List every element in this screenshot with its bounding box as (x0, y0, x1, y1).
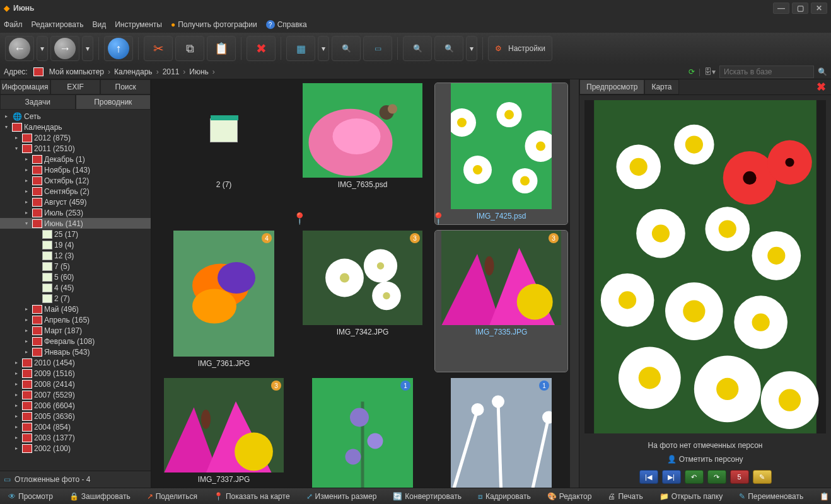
thumbnail-item[interactable]: 📍IMG_7635.psd (296, 83, 429, 224)
menu-view[interactable]: Вид (92, 20, 106, 29)
tree-toggle[interactable]: ▾ (23, 220, 30, 226)
menu-edit[interactable]: Редактировать (32, 20, 84, 29)
tree-item[interactable]: ▸Апрель (165) (0, 314, 151, 325)
delete-button[interactable]: ✖ (247, 36, 276, 61)
tree-item[interactable]: 19 (4) (0, 239, 151, 250)
mark-person-button[interactable]: 👤 Отметить персону (579, 452, 831, 466)
view-dropdown[interactable]: ▾ (318, 36, 329, 61)
tab-preview[interactable]: Предпросмотр (579, 79, 644, 94)
properties-button[interactable]: 📋Свойства (814, 490, 831, 503)
tree-toggle[interactable]: ▸ (13, 392, 20, 398)
prev-first-button[interactable]: |◀ (639, 470, 658, 484)
tree-item[interactable]: ▸2007 (5529) (0, 389, 151, 400)
tree-item[interactable]: ▸Октябрь (12) (0, 175, 151, 186)
thumbnail-item[interactable]: 📍IMG_7425.psd (435, 83, 567, 224)
tree-toggle[interactable]: ▸ (13, 360, 20, 365)
prev-redo-button[interactable]: ↷ (707, 470, 726, 484)
maximize-button[interactable]: ▢ (792, 3, 808, 14)
view-button[interactable]: 👁Просмотр (3, 490, 59, 503)
menu-get-photos[interactable]: Получить фотографии (171, 20, 257, 29)
refresh-icon[interactable]: ⟳ (689, 67, 695, 76)
prev-last-button[interactable]: ▶| (662, 470, 681, 484)
tree-item[interactable]: ▸Ноябрь (143) (0, 164, 151, 175)
tree-item[interactable]: ▸Июль (253) (0, 207, 151, 218)
zoom-in-button[interactable]: 🔍 (403, 36, 432, 61)
tree-item[interactable]: ▸2008 (2414) (0, 379, 151, 389)
breadcrumb-item[interactable]: Мой компьютер (49, 67, 114, 76)
view-preview-button[interactable]: 🔍 (332, 36, 361, 61)
zoom-dropdown[interactable]: ▾ (466, 36, 477, 61)
menu-tools[interactable]: Инструменты (115, 20, 162, 29)
print-button[interactable]: 🖨Печать (602, 490, 648, 503)
tree-toggle[interactable]: ▸ (13, 135, 20, 140)
encrypt-button[interactable]: 🔒Зашифровать (64, 490, 136, 503)
tree-toggle[interactable]: ▸ (13, 445, 20, 451)
tree-item[interactable]: ▸Февраль (108) (0, 336, 151, 346)
tree-toggle[interactable]: ▸ (23, 317, 30, 323)
nav-back-dropdown[interactable]: ▾ (37, 36, 48, 61)
nav-up-button[interactable]: ↑ (104, 36, 133, 61)
tree-toggle[interactable]: ▸ (23, 199, 30, 205)
prev-edit-button[interactable]: ✎ (753, 470, 772, 484)
search-input[interactable] (719, 66, 814, 78)
tree-toggle[interactable]: ▸ (23, 188, 30, 194)
tree-toggle[interactable]: ▾ (3, 124, 10, 130)
tab-tasks[interactable]: Задачи (0, 94, 76, 110)
tree-item[interactable]: 7 (5) (0, 261, 151, 272)
tree-item[interactable]: ▸2010 (1454) (0, 357, 151, 368)
tree-item[interactable]: ▸2005 (3636) (0, 411, 151, 421)
menu-file[interactable]: Файл (4, 20, 23, 29)
editor-button[interactable]: 🎨Редактор (542, 490, 598, 503)
tree-toggle[interactable]: ▸ (23, 156, 30, 162)
tree-toggle[interactable]: ▸ (13, 381, 20, 387)
tab-search[interactable]: Поиск (100, 79, 151, 94)
thumbnail-item[interactable]: 1📍img_7979.jpg (296, 378, 429, 488)
prev-undo-button[interactable]: ↶ (685, 470, 704, 484)
tree-toggle[interactable]: ▸ (13, 370, 20, 376)
thumbnail-item[interactable]: 3IMG_7335.JPG (435, 231, 567, 372)
tree-item[interactable]: ▾Календарь (0, 122, 151, 132)
show-on-map-button[interactable]: 📍Показать на карте (208, 490, 296, 503)
thumbnail-item[interactable]: 3IMG_7342.JPG (296, 231, 429, 372)
convert-button[interactable]: 🔄Конвертировать (387, 490, 467, 503)
tree-item[interactable]: ▾2011 (2510) (0, 143, 151, 154)
copy-button[interactable]: ⧉ (175, 36, 204, 61)
thumbnail-item[interactable]: 4IMG_7361.JPG (158, 231, 290, 372)
tree-toggle[interactable]: ▸ (23, 178, 30, 183)
preview-image[interactable] (584, 100, 826, 433)
tree-item[interactable]: 12 (3) (0, 250, 151, 261)
minimize-button[interactable]: — (773, 3, 789, 14)
tab-exif[interactable]: EXIF (50, 79, 101, 94)
tab-explorer[interactable]: Проводник (76, 94, 151, 110)
tree-item[interactable]: ▸2004 (854) (0, 421, 151, 432)
tree-toggle[interactable]: ▸ (23, 328, 30, 333)
gallery-scrollbar[interactable] (570, 79, 579, 488)
tree-toggle[interactable]: ▸ (13, 413, 20, 419)
tree-item[interactable]: ▸🌐Сеть (0, 111, 151, 122)
open-folder-button[interactable]: 📁Открыть папку (654, 490, 729, 503)
tree-item[interactable]: ▾Июнь (141) (0, 218, 151, 229)
tree-item[interactable]: ▸2006 (6604) (0, 400, 151, 411)
tree-item[interactable]: ▸2009 (1516) (0, 368, 151, 379)
thumbnail-item[interactable]: 3📍IMG_7337.JPG (158, 378, 290, 488)
tree-toggle[interactable]: ▸ (23, 210, 30, 215)
tree-item[interactable]: ▸Декабрь (1) (0, 154, 151, 164)
tree-item[interactable]: ▸2012 (875) (0, 132, 151, 143)
prev-count-button[interactable]: 5 (730, 470, 749, 484)
tree-item[interactable]: ▸Март (187) (0, 325, 151, 336)
gallery[interactable]: 2 (7)📍IMG_7635.psd📍IMG_7425.psd4IMG_7361… (151, 79, 579, 488)
tree-item[interactable]: 5 (60) (0, 272, 151, 282)
nav-forward-button[interactable]: → (50, 36, 79, 61)
tree-item[interactable]: ▸Май (496) (0, 304, 151, 314)
folder-tree[interactable]: ▸🌐Сеть▾Календарь▸2012 (875)▾2011 (2510)▸… (0, 110, 151, 471)
thumbnail-item[interactable]: 2 (7) (158, 83, 290, 224)
nav-back-button[interactable]: ← (5, 36, 34, 61)
cut-button[interactable]: ✂ (144, 36, 173, 61)
tree-toggle[interactable]: ▾ (13, 146, 20, 151)
tree-toggle[interactable]: ▸ (13, 424, 20, 430)
breadcrumb-item[interactable]: Июнь (189, 67, 219, 76)
tree-toggle[interactable]: ▸ (23, 306, 30, 312)
tree-toggle[interactable]: ▸ (13, 435, 20, 440)
tree-item[interactable]: 4 (45) (0, 282, 151, 293)
paste-button[interactable]: 📋 (207, 36, 236, 61)
